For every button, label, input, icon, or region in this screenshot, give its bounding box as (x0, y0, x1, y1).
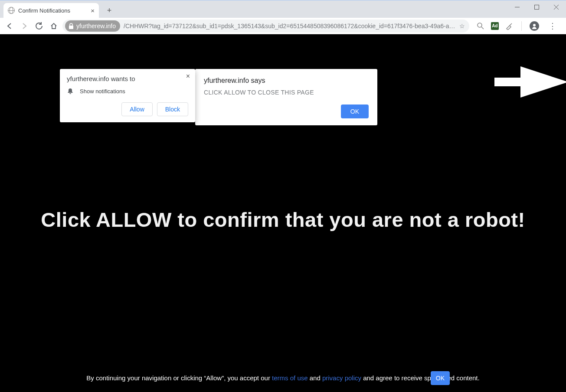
address-bar[interactable]: yfurtherew.info /CHHWR?tag_id=737122&sub… (62, 20, 469, 33)
svg-rect-1 (535, 5, 539, 9)
forward-button[interactable] (18, 20, 30, 32)
toolbar-divider (521, 21, 522, 31)
home-button[interactable] (48, 20, 60, 32)
svg-point-5 (478, 23, 482, 27)
profile-avatar-icon[interactable] (530, 21, 539, 31)
svg-line-6 (481, 27, 484, 29)
lock-icon (69, 23, 74, 29)
alert-origin: yfurtherew.info says (204, 77, 369, 85)
footer-text-post: and agree to receive sponsored content. (361, 374, 480, 382)
arrow-right-icon (20, 22, 28, 30)
svg-marker-8 (494, 66, 566, 98)
alert-message: CLICK ALLOW TO CLOSE THIS PAGE (204, 89, 369, 96)
page-content: Click ALLOW to confirm that you are not … (0, 34, 566, 392)
svg-point-7 (533, 24, 536, 26)
allow-button[interactable]: Allow (121, 102, 152, 116)
bookmark-star-icon[interactable]: ☆ (459, 23, 465, 29)
notification-permission-prompt: × yfurtherew.info wants to Show notifica… (60, 69, 195, 122)
close-icon (554, 5, 559, 10)
new-tab-button[interactable]: + (103, 4, 115, 16)
block-button[interactable]: Block (157, 102, 188, 116)
javascript-alert: yfurtherew.info says CLICK ALLOW TO CLOS… (195, 69, 377, 125)
footer-ok-button[interactable]: OK (431, 371, 450, 385)
reload-button[interactable] (33, 20, 45, 32)
tab-title: Confirm Notifications (18, 7, 70, 14)
maximize-icon (534, 5, 539, 10)
toolbar: yfurtherew.info /CHHWR?tag_id=737122&sub… (0, 18, 566, 34)
chrome-menu-button[interactable]: ⋮ (545, 21, 560, 31)
page-headline: Click ALLOW to confirm that you are not … (0, 208, 566, 232)
zoom-reset-icon[interactable] (476, 22, 485, 30)
reload-icon (35, 22, 43, 30)
pointer-arrow-icon (494, 60, 566, 117)
extension-icons: Ad ⋮ (472, 21, 563, 31)
site-identity-chip[interactable]: yfurtherew.info (65, 20, 120, 32)
footer-text-and: and (308, 374, 322, 382)
globe-icon (8, 7, 15, 14)
svg-rect-4 (69, 26, 73, 29)
alert-ok-button[interactable]: OK (341, 105, 369, 118)
arrow-left-icon (6, 22, 13, 30)
footer-consent: By continuing your navigation or clickin… (0, 373, 566, 383)
prompt-line: Show notifications (80, 88, 125, 95)
adblock-extension-icon[interactable]: Ad (491, 22, 499, 30)
prompt-title: yfurtherew.info wants to (67, 75, 188, 82)
close-tab-icon[interactable]: × (91, 7, 95, 14)
site-domain: yfurtherew.info (76, 23, 116, 29)
minimize-icon (515, 5, 520, 10)
titlebar: Confirm Notifications × + (0, 0, 566, 18)
maximize-button[interactable] (527, 0, 546, 13)
footer-text-pre: By continuing your navigation or clickin… (86, 374, 272, 382)
url-path: /CHHWR?tag_id=737122&sub_id1=pdsk_136514… (124, 23, 456, 29)
window-controls (507, 0, 566, 13)
back-button[interactable] (3, 20, 16, 32)
close-window-button[interactable] (546, 0, 566, 13)
home-icon (50, 22, 58, 30)
minimize-button[interactable] (507, 0, 527, 13)
bell-icon (67, 88, 74, 95)
broom-extension-icon[interactable] (505, 22, 514, 30)
privacy-link[interactable]: privacy policy (322, 374, 361, 382)
browser-tab[interactable]: Confirm Notifications × (3, 3, 99, 18)
terms-link[interactable]: terms of use (272, 374, 308, 382)
prompt-close-icon[interactable]: × (186, 72, 190, 80)
